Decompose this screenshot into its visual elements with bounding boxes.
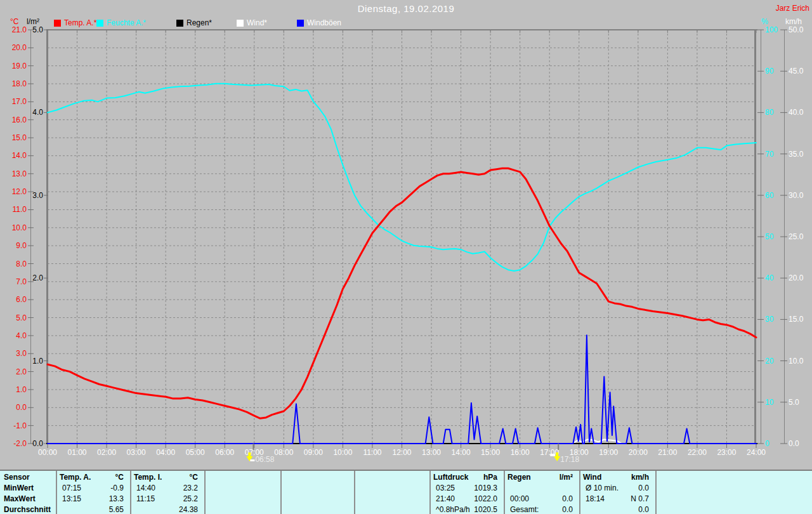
table-row-label: MaxWert xyxy=(4,494,36,503)
x-tick-label: 04:00 xyxy=(156,448,175,457)
rain-tick-label: 5.0 xyxy=(32,25,43,34)
temp-tick-label: 6.0 xyxy=(16,295,27,304)
x-tick-label: 15:00 xyxy=(481,448,500,457)
wind-tick-label: 30.0 xyxy=(789,191,804,200)
weather-app-window: Dienstag, 19.02.2019 Jarz Erich °C l/m² … xyxy=(0,0,812,514)
wind-tick-label: 50.0 xyxy=(789,25,804,34)
humidity-tick-label: 50 xyxy=(765,232,774,241)
table-cell-value: 1020.5 xyxy=(429,505,497,514)
weather-day-chart: 21.020.019.018.017.016.015.014.013.012.0… xyxy=(0,0,812,470)
temp-tick-label: 17.0 xyxy=(12,97,27,106)
table-col-unit: hPa xyxy=(429,473,497,482)
temp-tick-label: 12.0 xyxy=(12,187,27,196)
humidity-tick-label: 10 xyxy=(765,398,774,407)
table-cell-value: -0.9 xyxy=(56,484,124,492)
temp-tick-label: 10.0 xyxy=(12,223,27,232)
table-cell-value: 24.38 xyxy=(130,505,198,514)
table-cell-value: 0.0 xyxy=(579,505,649,514)
table-col-unit: km/h xyxy=(579,473,649,482)
table-row-label: Durchschnitt xyxy=(4,505,51,514)
rain-tick-label: 4.0 xyxy=(32,108,43,117)
x-tick-label: 13:00 xyxy=(422,448,441,457)
sun-marker-label: 06:58 xyxy=(255,455,274,464)
table-row-label: Sensor xyxy=(4,473,30,482)
humidity-tick-label: 60 xyxy=(765,191,774,200)
plot-border-right xyxy=(754,30,756,444)
temp-tick-label: 13.0 xyxy=(12,169,27,178)
rain-tick-label: 0.0 xyxy=(32,439,43,448)
temp-tick-label: 15.0 xyxy=(12,133,27,142)
x-tick-label: 12:00 xyxy=(392,448,411,457)
wind-tick-label: 10.0 xyxy=(789,357,804,366)
x-tick-label: 02:00 xyxy=(97,448,116,457)
table-cell-value: 25.2 xyxy=(130,494,198,503)
x-tick-label: 10:00 xyxy=(333,448,352,457)
wind-tick-label: 40.0 xyxy=(789,108,804,117)
humidity-tick-label: 0 xyxy=(765,439,769,448)
humidity-tick-label: 20 xyxy=(765,357,774,366)
temp-tick-label: 20.0 xyxy=(12,43,27,52)
temp-tick-label: 18.0 xyxy=(12,79,27,88)
wind-tick-label: 25.0 xyxy=(789,232,804,241)
x-tick-label: 05:00 xyxy=(186,448,205,457)
humidity-tick-label: 30 xyxy=(765,315,774,324)
x-tick-label: 14:00 xyxy=(452,448,471,457)
table-cell-value: 13.3 xyxy=(56,494,124,503)
x-tick-label: 24:00 xyxy=(747,448,766,457)
wind-tick-label: 0.0 xyxy=(789,439,799,448)
wind-tick-label: 20.0 xyxy=(789,273,804,282)
table-col-unit: °C xyxy=(130,473,198,482)
temp-tick-label: 2.0 xyxy=(16,367,27,376)
temp-tick-label: 5.0 xyxy=(16,313,27,322)
table-separator xyxy=(280,471,282,514)
wind-tick-label: 45.0 xyxy=(789,67,804,76)
temp-tick-label: 3.0 xyxy=(16,349,27,358)
humidity-tick-label: 70 xyxy=(765,150,774,159)
x-tick-label: 21:00 xyxy=(658,448,677,457)
temp-tick-label: 19.0 xyxy=(12,62,27,70)
temp-tick-label: 11.0 xyxy=(13,205,27,214)
x-tick-label: 06:00 xyxy=(215,448,234,457)
temp-tick-label: 21.0 xyxy=(12,25,27,34)
x-tick-label: 09:00 xyxy=(304,448,323,457)
sun-marker-label: 17:18 xyxy=(560,455,579,464)
humidity-tick-label: 80 xyxy=(765,108,774,117)
wind-tick-label: 15.0 xyxy=(789,315,804,324)
rain-tick-label: 3.0 xyxy=(32,191,43,200)
temp-tick-label: 7.0 xyxy=(16,277,27,286)
x-tick-label: 03:00 xyxy=(127,448,146,457)
x-tick-label: 19:00 xyxy=(599,448,618,457)
humidity-tick-label: 40 xyxy=(765,273,774,282)
sunset-cloud-icon xyxy=(550,454,555,456)
table-cell-value: 5.65 xyxy=(56,505,124,514)
table-cell-value: 0.0 xyxy=(504,494,573,503)
temp-tick-label: -1.0 xyxy=(13,421,27,430)
temp-tick-label: 8.0 xyxy=(16,260,27,268)
rain-tick-label: 2.0 xyxy=(32,273,43,282)
sunrise-ground-icon xyxy=(250,459,254,461)
table-cell-value: 1019.3 xyxy=(429,484,497,492)
temp-tick-label: 9.0 xyxy=(16,241,27,250)
table-cell-value: 0.0 xyxy=(504,505,573,514)
temp-tick-label: -2.0 xyxy=(13,439,27,448)
x-tick-label: 16:00 xyxy=(511,448,530,457)
temp-tick-label: 14.0 xyxy=(12,151,27,160)
table-separator xyxy=(204,471,206,514)
x-tick-label: 20:00 xyxy=(629,448,648,457)
plot-border-left xyxy=(46,30,48,444)
temp-tick-label: 16.0 xyxy=(12,115,27,124)
table-cell-value: 1022.0 xyxy=(429,494,497,503)
table-row-label: MinWert xyxy=(4,484,34,492)
table-separator xyxy=(354,471,355,514)
x-tick-label: 08:00 xyxy=(274,448,293,457)
table-cell-value: 0.0 xyxy=(579,484,649,492)
wind-tick-label: 35.0 xyxy=(789,150,804,159)
x-tick-label: 22:00 xyxy=(688,448,707,457)
humidity-tick-label: 100 xyxy=(765,25,778,34)
table-cell-value: N 0.7 xyxy=(579,494,649,503)
table-cell-value: 23.2 xyxy=(130,484,198,492)
table-col-unit: l/m² xyxy=(504,473,573,482)
humidity-tick-label: 90 xyxy=(765,67,774,76)
rain-tick-label: 1.0 xyxy=(32,357,43,366)
series-humidity-out xyxy=(48,84,756,271)
